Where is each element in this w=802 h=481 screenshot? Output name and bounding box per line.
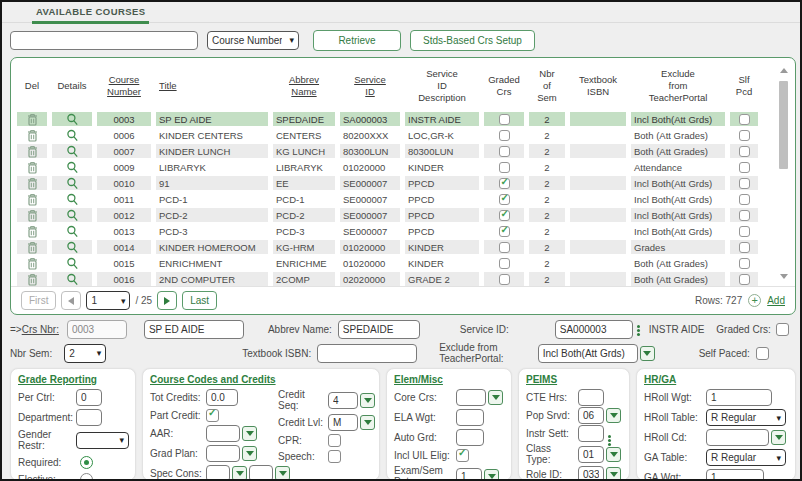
exam-sem-pat-field[interactable] [456, 468, 482, 481]
role-id-field[interactable] [578, 466, 604, 481]
search-input[interactable] [10, 31, 198, 50]
course-codes-title[interactable]: Course Codes and Credits [150, 374, 372, 385]
tot-credits-field[interactable] [206, 389, 238, 406]
table-row[interactable]: 0003SP ED AIDESPEDAIDESA000003INSTR AIDE… [17, 112, 773, 126]
incl-uil-elig-checkbox[interactable] [456, 449, 469, 462]
green-down-arrow-icon[interactable] [606, 467, 621, 481]
slf-pcd-checkbox[interactable] [739, 114, 750, 125]
delete-button[interactable] [17, 112, 47, 126]
credit-lvl-field[interactable] [328, 414, 358, 431]
hroll-wgt-field[interactable] [706, 389, 772, 406]
ela-wgt-field[interactable] [456, 409, 484, 426]
green-down-arrow-icon[interactable] [360, 393, 375, 408]
per-ctrl-field[interactable] [76, 389, 102, 406]
table-row[interactable]: 0007KINDER LUNCHKG LUNCH80300LUN80300LUN… [17, 144, 773, 158]
elective-radio[interactable] [80, 473, 93, 481]
ga-wgt-field[interactable] [706, 469, 764, 481]
search-by-select[interactable]: Course Number [207, 31, 299, 50]
table-row[interactable]: 0012PCD-2PCD-2SE000007PPCD2Incl Both(Att… [17, 208, 773, 222]
details-button[interactable] [52, 192, 92, 206]
table-scrollbar[interactable] [778, 65, 790, 281]
elem-misc-title[interactable]: Elem/Misc [394, 374, 504, 385]
green-down-arrow-icon[interactable] [640, 346, 655, 361]
retrieve-button[interactable]: Retrieve [313, 30, 401, 51]
add-row-link[interactable]: Add [767, 295, 785, 306]
green-down-arrow-icon[interactable] [771, 430, 786, 445]
ga-table-select[interactable]: R Regular [706, 449, 786, 466]
table-row[interactable]: 0011PCD-1PCD-1SE000007PPCD2Incl Both(Att… [17, 192, 773, 206]
slf-pcd-checkbox[interactable] [739, 274, 750, 285]
green-down-arrow-icon[interactable] [488, 390, 503, 405]
crs-nbr-label[interactable]: Crs Nbr: [22, 324, 59, 335]
slf-pcd-checkbox[interactable] [739, 130, 750, 141]
aar-field[interactable] [206, 425, 240, 442]
hr-ga-title[interactable]: HR/GA [644, 374, 788, 385]
delete-button[interactable] [17, 144, 47, 158]
column-header[interactable]: Service ID [340, 74, 400, 98]
abbrev-name-field[interactable] [338, 320, 420, 339]
details-button[interactable] [52, 224, 92, 238]
green-down-arrow-icon[interactable] [606, 447, 621, 462]
graded-crs-checkbox[interactable] [499, 114, 510, 125]
tab-available-courses[interactable]: AVAILABLE COURSES [32, 6, 149, 24]
part-credit-checkbox[interactable] [206, 409, 219, 422]
delete-button[interactable] [17, 240, 47, 254]
details-button[interactable] [52, 240, 92, 254]
auto-grd-field[interactable] [456, 429, 484, 446]
green-down-arrow-icon[interactable] [360, 415, 375, 430]
delete-button[interactable] [17, 256, 47, 270]
scroll-up-icon[interactable] [779, 65, 789, 75]
delete-button[interactable] [17, 128, 47, 142]
details-button[interactable] [52, 112, 92, 126]
vertical-ellipsis-icon[interactable] [608, 435, 611, 438]
table-row[interactable]: 001091EESE000007PPCD2Incl Both(Att Grds) [17, 176, 773, 190]
core-crs-field[interactable] [456, 389, 486, 406]
slf-pcd-checkbox[interactable] [739, 178, 750, 189]
graded-crs-checkbox[interactable] [499, 226, 510, 237]
column-header[interactable]: Abbrev Name [273, 74, 335, 98]
plus-circle-icon[interactable]: + [748, 294, 761, 307]
slf-pcd-checkbox[interactable] [739, 226, 750, 237]
graded-crs-checkbox[interactable] [499, 162, 510, 173]
graded-crs-checkbox[interactable] [499, 274, 510, 285]
self-paced-checkbox[interactable] [756, 347, 769, 360]
slf-pcd-checkbox[interactable] [739, 194, 750, 205]
spec-cons-field-1[interactable] [206, 465, 230, 481]
delete-button[interactable] [17, 208, 47, 222]
column-header[interactable]: Course Number [97, 74, 151, 98]
grad-plan-field[interactable] [206, 445, 240, 462]
instr-sett-field[interactable] [578, 425, 604, 442]
green-down-arrow-icon[interactable] [484, 469, 499, 481]
pop-srvd-field[interactable] [578, 407, 604, 424]
table-row[interactable]: 00162ND COMPUTER2COMP02020000GRADE 22Bot… [17, 272, 773, 286]
delete-button[interactable] [17, 272, 47, 286]
graded-crs-checkbox[interactable] [499, 130, 510, 141]
textbook-isbn-field[interactable] [317, 344, 417, 363]
department-field[interactable] [76, 409, 102, 426]
speech-checkbox[interactable] [328, 450, 341, 463]
graded-crs-checkbox[interactable] [499, 146, 510, 157]
details-button[interactable] [52, 176, 92, 190]
service-id-field[interactable] [555, 320, 633, 339]
details-button[interactable] [52, 128, 92, 142]
scroll-down-icon[interactable] [779, 271, 789, 281]
cpr-checkbox[interactable] [328, 434, 341, 447]
cte-hrs-field[interactable] [578, 389, 604, 406]
last-page-button[interactable]: Last [182, 291, 217, 310]
graded-crs-checkbox[interactable] [499, 178, 510, 189]
delete-button[interactable] [17, 224, 47, 238]
table-row[interactable]: 0015ENRICHMENTENRICHME01020000KINDER2Bot… [17, 256, 773, 270]
scrollbar-thumb[interactable] [779, 81, 788, 169]
slf-pcd-checkbox[interactable] [739, 146, 750, 157]
nbr-sem-select[interactable]: 2 [64, 344, 106, 363]
prev-page-button[interactable] [61, 291, 81, 310]
graded-crs-checkbox[interactable] [499, 210, 510, 221]
details-button[interactable] [52, 272, 92, 286]
green-down-arrow-icon[interactable] [242, 446, 257, 461]
spec-cons-field-2[interactable] [249, 465, 273, 481]
green-down-arrow-icon[interactable] [606, 408, 621, 423]
table-row[interactable]: 0013PCD-3PCD-3SE000007PPCD2Incl Both(Att… [17, 224, 773, 238]
slf-pcd-checkbox[interactable] [739, 258, 750, 269]
table-row[interactable]: 0014KINDER HOMEROOMKG-HRM01020000KINDER2… [17, 240, 773, 254]
slf-pcd-checkbox[interactable] [739, 242, 750, 253]
